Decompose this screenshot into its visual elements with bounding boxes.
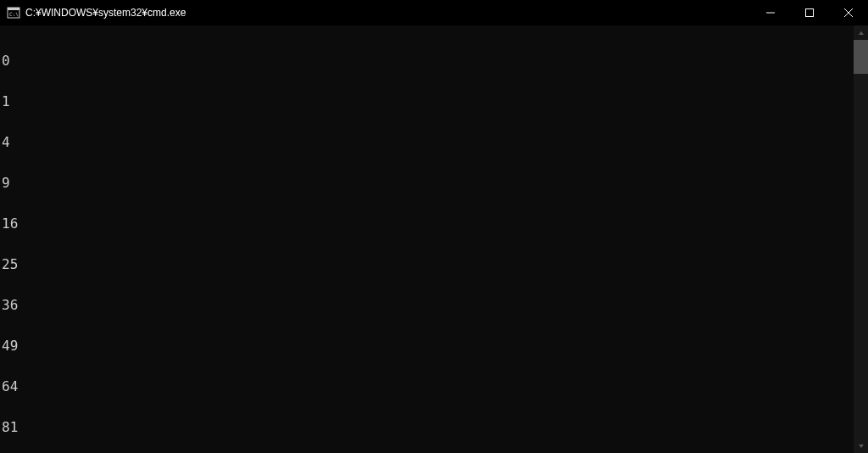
scroll-up-arrow-icon[interactable] xyxy=(854,25,868,40)
scroll-down-arrow-icon[interactable] xyxy=(854,439,868,453)
titlebar[interactable]: C:\ C:¥WINDOWS¥system32¥cmd.exe xyxy=(0,0,868,25)
output-line: 4 xyxy=(2,136,854,149)
output-line: 36 xyxy=(2,299,854,312)
svg-rect-4 xyxy=(806,9,814,17)
output-line: 0 xyxy=(2,54,854,68)
output-line: 25 xyxy=(2,258,854,271)
vertical-scrollbar[interactable] xyxy=(854,25,868,453)
svg-rect-1 xyxy=(8,8,19,10)
scrollbar-thumb[interactable] xyxy=(854,40,868,74)
minimize-button[interactable] xyxy=(751,0,790,25)
output-line: 49 xyxy=(2,339,854,353)
cmd-icon: C:\ xyxy=(7,6,20,20)
window-title: C:¥WINDOWS¥system32¥cmd.exe xyxy=(25,7,751,19)
output-line: 16 xyxy=(2,217,854,231)
output-line: 1 xyxy=(2,95,854,109)
close-button[interactable] xyxy=(829,0,868,25)
terminal-output[interactable]: 0 1 4 9 16 25 36 49 64 81 続行するには何かキーを押して… xyxy=(0,25,854,453)
output-line: 64 xyxy=(2,380,854,394)
maximize-button[interactable] xyxy=(790,0,829,25)
svg-text:C:\: C:\ xyxy=(9,11,19,17)
output-line: 9 xyxy=(2,176,854,190)
window-controls xyxy=(751,0,868,25)
output-line: 81 xyxy=(2,421,854,434)
